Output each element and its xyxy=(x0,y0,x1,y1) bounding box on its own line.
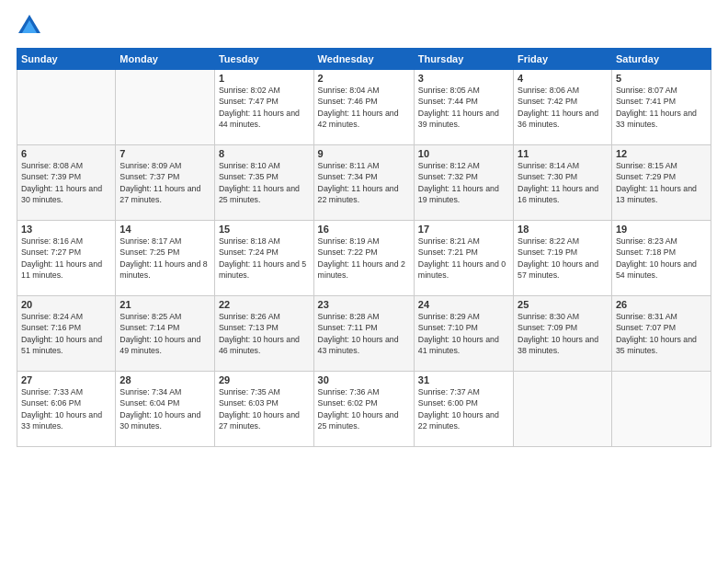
day-number: 18 xyxy=(518,224,608,235)
day-number: 3 xyxy=(418,73,509,84)
day-number: 17 xyxy=(418,224,509,235)
day-number: 28 xyxy=(119,374,210,385)
calendar-cell: 27Sunrise: 7:33 AM Sunset: 6:06 PM Dayli… xyxy=(17,372,116,447)
day-info: Sunrise: 8:18 AM Sunset: 7:24 PM Dayligh… xyxy=(219,236,310,281)
calendar-cell xyxy=(611,372,711,447)
day-number: 10 xyxy=(418,148,509,159)
day-info: Sunrise: 8:23 AM Sunset: 7:18 PM Dayligh… xyxy=(616,236,707,281)
day-number: 11 xyxy=(518,148,608,159)
day-number: 26 xyxy=(616,299,707,310)
day-of-week-header: Friday xyxy=(514,49,612,70)
day-info: Sunrise: 8:04 AM Sunset: 7:46 PM Dayligh… xyxy=(318,85,410,130)
calendar-cell: 9Sunrise: 8:11 AM Sunset: 7:34 PM Daylig… xyxy=(313,145,414,221)
calendar-cell: 21Sunrise: 8:25 AM Sunset: 7:14 PM Dayli… xyxy=(116,296,215,372)
day-number: 12 xyxy=(616,148,707,159)
calendar-cell: 15Sunrise: 8:18 AM Sunset: 7:24 PM Dayli… xyxy=(214,221,313,296)
day-number: 7 xyxy=(119,148,210,159)
day-number: 6 xyxy=(21,148,111,159)
calendar-cell: 18Sunrise: 8:22 AM Sunset: 7:19 PM Dayli… xyxy=(514,221,612,296)
calendar-cell: 23Sunrise: 8:28 AM Sunset: 7:11 PM Dayli… xyxy=(313,296,414,372)
day-number: 15 xyxy=(219,224,310,235)
day-info: Sunrise: 8:25 AM Sunset: 7:14 PM Dayligh… xyxy=(119,311,210,356)
calendar-cell: 30Sunrise: 7:36 AM Sunset: 6:02 PM Dayli… xyxy=(313,372,414,447)
day-number: 21 xyxy=(119,299,210,310)
day-info: Sunrise: 8:16 AM Sunset: 7:27 PM Dayligh… xyxy=(21,236,111,281)
calendar-cell: 6Sunrise: 8:08 AM Sunset: 7:39 PM Daylig… xyxy=(17,145,116,221)
day-info: Sunrise: 8:17 AM Sunset: 7:25 PM Dayligh… xyxy=(119,236,210,281)
calendar-cell xyxy=(116,70,215,145)
day-info: Sunrise: 8:05 AM Sunset: 7:44 PM Dayligh… xyxy=(418,85,509,130)
calendar-cell: 16Sunrise: 8:19 AM Sunset: 7:22 PM Dayli… xyxy=(313,221,414,296)
day-number: 19 xyxy=(616,224,707,235)
calendar-cell: 22Sunrise: 8:26 AM Sunset: 7:13 PM Dayli… xyxy=(214,296,313,372)
calendar-header-row: SundayMondayTuesdayWednesdayThursdayFrid… xyxy=(17,49,711,70)
calendar-week-row: 1Sunrise: 8:02 AM Sunset: 7:47 PM Daylig… xyxy=(17,70,711,145)
calendar-cell xyxy=(514,372,612,447)
day-number: 25 xyxy=(518,299,608,310)
logo-icon xyxy=(17,13,42,39)
calendar-cell: 20Sunrise: 8:24 AM Sunset: 7:16 PM Dayli… xyxy=(17,296,116,372)
day-info: Sunrise: 8:08 AM Sunset: 7:39 PM Dayligh… xyxy=(21,160,111,205)
calendar-cell: 24Sunrise: 8:29 AM Sunset: 7:10 PM Dayli… xyxy=(414,296,513,372)
calendar-cell: 7Sunrise: 8:09 AM Sunset: 7:37 PM Daylig… xyxy=(116,145,215,221)
calendar-cell: 13Sunrise: 8:16 AM Sunset: 7:27 PM Dayli… xyxy=(17,221,116,296)
day-info: Sunrise: 7:36 AM Sunset: 6:02 PM Dayligh… xyxy=(318,386,410,431)
day-info: Sunrise: 8:02 AM Sunset: 7:47 PM Dayligh… xyxy=(219,85,310,130)
day-number: 13 xyxy=(21,224,111,235)
calendar-cell: 14Sunrise: 8:17 AM Sunset: 7:25 PM Dayli… xyxy=(116,221,215,296)
day-info: Sunrise: 8:10 AM Sunset: 7:35 PM Dayligh… xyxy=(219,160,310,205)
calendar-cell: 2Sunrise: 8:04 AM Sunset: 7:46 PM Daylig… xyxy=(313,70,414,145)
day-info: Sunrise: 8:26 AM Sunset: 7:13 PM Dayligh… xyxy=(219,311,310,356)
day-info: Sunrise: 8:09 AM Sunset: 7:37 PM Dayligh… xyxy=(119,160,210,205)
calendar-week-row: 13Sunrise: 8:16 AM Sunset: 7:27 PM Dayli… xyxy=(17,221,711,296)
day-info: Sunrise: 8:24 AM Sunset: 7:16 PM Dayligh… xyxy=(21,311,111,356)
header xyxy=(17,17,711,39)
day-of-week-header: Sunday xyxy=(17,49,116,70)
day-info: Sunrise: 8:14 AM Sunset: 7:30 PM Dayligh… xyxy=(518,160,608,205)
day-number: 29 xyxy=(219,374,310,385)
logo xyxy=(17,17,44,39)
day-number: 22 xyxy=(219,299,310,310)
day-of-week-header: Saturday xyxy=(611,49,711,70)
day-info: Sunrise: 8:21 AM Sunset: 7:21 PM Dayligh… xyxy=(418,236,509,281)
day-info: Sunrise: 8:06 AM Sunset: 7:42 PM Dayligh… xyxy=(518,85,608,130)
day-number: 27 xyxy=(21,374,111,385)
day-number: 14 xyxy=(119,224,210,235)
calendar-cell: 3Sunrise: 8:05 AM Sunset: 7:44 PM Daylig… xyxy=(414,70,513,145)
page: SundayMondayTuesdayWednesdayThursdayFrid… xyxy=(0,0,728,563)
day-info: Sunrise: 8:28 AM Sunset: 7:11 PM Dayligh… xyxy=(318,311,410,356)
day-info: Sunrise: 8:29 AM Sunset: 7:10 PM Dayligh… xyxy=(418,311,509,356)
calendar-cell: 28Sunrise: 7:34 AM Sunset: 6:04 PM Dayli… xyxy=(116,372,215,447)
day-number: 31 xyxy=(418,374,509,385)
calendar-cell: 8Sunrise: 8:10 AM Sunset: 7:35 PM Daylig… xyxy=(214,145,313,221)
day-number: 2 xyxy=(318,73,410,84)
day-of-week-header: Thursday xyxy=(414,49,513,70)
day-info: Sunrise: 8:07 AM Sunset: 7:41 PM Dayligh… xyxy=(616,85,707,130)
calendar-cell: 29Sunrise: 7:35 AM Sunset: 6:03 PM Dayli… xyxy=(214,372,313,447)
calendar-cell: 10Sunrise: 8:12 AM Sunset: 7:32 PM Dayli… xyxy=(414,145,513,221)
calendar-cell: 4Sunrise: 8:06 AM Sunset: 7:42 PM Daylig… xyxy=(514,70,612,145)
day-number: 20 xyxy=(21,299,111,310)
day-number: 24 xyxy=(418,299,509,310)
day-info: Sunrise: 8:19 AM Sunset: 7:22 PM Dayligh… xyxy=(318,236,410,281)
day-info: Sunrise: 8:12 AM Sunset: 7:32 PM Dayligh… xyxy=(418,160,509,205)
day-info: Sunrise: 7:35 AM Sunset: 6:03 PM Dayligh… xyxy=(219,386,310,431)
calendar-cell: 1Sunrise: 8:02 AM Sunset: 7:47 PM Daylig… xyxy=(214,70,313,145)
day-number: 4 xyxy=(518,73,608,84)
calendar-week-row: 6Sunrise: 8:08 AM Sunset: 7:39 PM Daylig… xyxy=(17,145,711,221)
day-info: Sunrise: 8:30 AM Sunset: 7:09 PM Dayligh… xyxy=(518,311,608,356)
day-info: Sunrise: 7:37 AM Sunset: 6:00 PM Dayligh… xyxy=(418,386,509,431)
day-info: Sunrise: 7:33 AM Sunset: 6:06 PM Dayligh… xyxy=(21,386,111,431)
day-info: Sunrise: 8:22 AM Sunset: 7:19 PM Dayligh… xyxy=(518,236,608,281)
day-info: Sunrise: 8:11 AM Sunset: 7:34 PM Dayligh… xyxy=(318,160,410,205)
day-of-week-header: Wednesday xyxy=(313,49,414,70)
calendar-cell: 19Sunrise: 8:23 AM Sunset: 7:18 PM Dayli… xyxy=(611,221,711,296)
calendar-cell: 31Sunrise: 7:37 AM Sunset: 6:00 PM Dayli… xyxy=(414,372,513,447)
day-number: 30 xyxy=(318,374,410,385)
day-info: Sunrise: 8:15 AM Sunset: 7:29 PM Dayligh… xyxy=(616,160,707,205)
day-of-week-header: Monday xyxy=(116,49,215,70)
day-info: Sunrise: 8:31 AM Sunset: 7:07 PM Dayligh… xyxy=(616,311,707,356)
calendar: SundayMondayTuesdayWednesdayThursdayFrid… xyxy=(17,48,711,447)
calendar-cell: 12Sunrise: 8:15 AM Sunset: 7:29 PM Dayli… xyxy=(611,145,711,221)
day-number: 5 xyxy=(616,73,707,84)
